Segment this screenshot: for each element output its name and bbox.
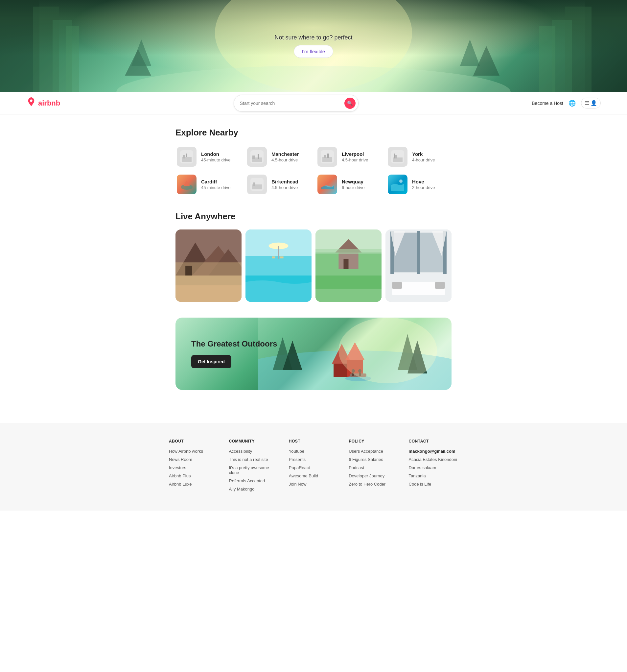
footer-link-zero-to-hero[interactable]: Zero to Hero Coder	[349, 482, 398, 486]
nearby-info-manchester: Manchester 4.5-hour drive	[271, 151, 299, 163]
svg-rect-46	[175, 285, 242, 302]
nearby-thumb-cardiff	[177, 174, 197, 194]
nearby-grid: London 45-minute drive Manchester 4.5-ho…	[175, 146, 452, 196]
footer-host-title: HOST	[289, 439, 338, 443]
card-countryside-top	[316, 230, 381, 275]
svg-rect-25	[327, 153, 329, 158]
search-button[interactable]: 🔍	[344, 98, 356, 109]
nav-right: Become a Host 🌐 ☰ 👤	[532, 98, 601, 109]
svg-rect-20	[252, 155, 255, 159]
svg-point-9	[116, 66, 511, 92]
footer-link-users-acceptance[interactable]: Users Acceptance	[349, 449, 398, 454]
footer-grid: ABOUT How Airbnb works News Room Investo…	[169, 439, 458, 495]
footer-link-6-figures[interactable]: 6 Figures Salaries	[349, 457, 398, 462]
svg-rect-61	[316, 289, 381, 302]
nearby-item-cardiff[interactable]: Cardiff 45-minute drive	[175, 173, 241, 196]
svg-rect-16	[183, 155, 185, 159]
footer-col-host: HOST Youtube Presents PapaReact Awesome …	[289, 439, 338, 495]
nearby-info-london: London 45-minute drive	[201, 151, 231, 163]
svg-rect-74	[435, 282, 445, 289]
nearby-thumb-manchester	[247, 147, 267, 167]
svg-rect-28	[395, 155, 397, 159]
footer-link-investors[interactable]: Investors	[169, 465, 218, 470]
footer-link-how-airbnb-works[interactable]: How Airbnb works	[169, 449, 218, 454]
navbar: airbnb 🔍 Become a Host 🌐 ☰ 👤	[0, 92, 627, 114]
footer-link-ally[interactable]: Ally Makongo	[229, 486, 278, 491]
footer-col-community: COMMUNITY Accessibility This is not a re…	[229, 439, 278, 495]
search-input[interactable]	[240, 101, 342, 106]
svg-rect-51	[272, 257, 275, 258]
live-card-mountains[interactable]	[175, 230, 242, 302]
live-card-city[interactable]	[385, 230, 452, 302]
outdoors-banner: The Greatest Outdoors Get Inspired	[175, 318, 452, 390]
nearby-item-birkenhead[interactable]: Birkenhead 4.5-hour drive	[246, 173, 311, 196]
become-host-button[interactable]: Become a Host	[532, 101, 563, 106]
card-city-bottom	[385, 275, 452, 302]
footer-link-accessibility[interactable]: Accessibility	[229, 449, 278, 454]
footer-link-newsroom[interactable]: News Room	[169, 457, 218, 462]
nearby-thumb-birkenhead	[247, 174, 267, 194]
footer-link-youtube[interactable]: Youtube	[289, 449, 338, 454]
globe-icon[interactable]: 🌐	[569, 100, 576, 107]
nearby-info-hove: Hove 2-hour drive	[412, 179, 435, 190]
search-bar[interactable]: 🔍	[234, 95, 358, 112]
footer-link-join-now[interactable]: Join Now	[289, 482, 338, 486]
footer-link-developer-journey[interactable]: Developer Journey	[349, 474, 398, 478]
nearby-item-liverpool[interactable]: Liverpool 4.5-hour drive	[316, 146, 381, 168]
nearby-thumb-liverpool	[318, 147, 337, 167]
nearby-info-newquay: Newquay 6-hour drive	[342, 179, 365, 190]
nearby-item-newquay[interactable]: Newquay 6-hour drive	[316, 173, 381, 196]
live-card-countryside[interactable]	[316, 230, 381, 302]
footer-link-airbnb-luxe[interactable]: Airbnb Luxe	[169, 482, 218, 486]
footer-link-awesome-build[interactable]: Awesome Build	[289, 474, 338, 478]
svg-rect-58	[344, 259, 348, 269]
footer-link-tanzania[interactable]: Tanzania	[409, 474, 458, 478]
live-anywhere-title: Live Anywhere	[175, 211, 452, 222]
svg-rect-17	[186, 153, 187, 157]
card-mountains-bottom	[175, 275, 242, 302]
nearby-info-york: York 4-hour drive	[412, 151, 435, 163]
footer-link-podcast[interactable]: Podcast	[349, 465, 398, 470]
card-mountains-top	[175, 230, 242, 275]
nearby-info-liverpool: Liverpool 4.5-hour drive	[342, 151, 368, 163]
footer-link-papareact[interactable]: PapaReact	[289, 465, 338, 470]
footer-about-title: ABOUT	[169, 439, 218, 443]
get-inspired-button[interactable]: Get Inspired	[191, 355, 231, 368]
live-card-beach[interactable]	[246, 230, 311, 302]
footer-col-about: ABOUT How Airbnb works News Room Investo…	[169, 439, 218, 495]
footer: ABOUT How Airbnb works News Room Investo…	[0, 423, 627, 510]
footer-link-acacia[interactable]: Acacia Estates Kinondoni	[409, 457, 458, 462]
footer-link-referrals[interactable]: Referrals Accepted	[229, 478, 278, 483]
svg-rect-24	[324, 155, 326, 158]
footer-link-dar-es-salaam[interactable]: Dar es salaam	[409, 465, 458, 470]
svg-marker-12	[460, 40, 480, 66]
nearby-thumb-london	[177, 147, 197, 167]
nearby-thumb-newquay	[318, 174, 337, 194]
svg-rect-73	[392, 282, 402, 289]
card-beach-bottom	[246, 275, 311, 302]
logo[interactable]: airbnb	[26, 97, 60, 109]
svg-rect-3	[66, 26, 79, 92]
svg-rect-7	[539, 26, 555, 92]
nearby-item-manchester[interactable]: Manchester 4.5-hour drive	[246, 146, 311, 168]
nearby-info-cardiff: Cardiff 45-minute drive	[201, 179, 231, 190]
logo-icon	[26, 97, 36, 109]
footer-link-not-real[interactable]: This is not a real site	[229, 457, 278, 462]
card-countryside-bottom	[316, 275, 381, 302]
footer-link-presents[interactable]: Presents	[289, 457, 338, 462]
footer-link-code-is-life[interactable]: Code is Life	[409, 482, 458, 486]
card-beach-top	[246, 230, 311, 275]
nearby-item-york[interactable]: York 4-hour drive	[386, 146, 452, 168]
footer-contact-title: CONTACT	[409, 439, 458, 443]
live-anywhere-grid	[175, 230, 452, 302]
user-menu[interactable]: ☰ 👤	[581, 98, 601, 109]
footer-col-policy: POLICY Users Acceptance 6 Figures Salari…	[349, 439, 398, 495]
footer-link-airbnb-plus[interactable]: Airbnb Plus	[169, 474, 218, 478]
main-content: Explore Nearby London 45-minute drive Ma…	[169, 114, 458, 423]
nearby-item-london[interactable]: London 45-minute drive	[175, 146, 241, 168]
footer-link-clone[interactable]: It's a pretty awesome clone	[229, 465, 278, 475]
flexible-button[interactable]: I'm flexible	[294, 45, 333, 58]
svg-marker-32	[183, 181, 190, 186]
footer-email[interactable]: mackongo@gmail.com	[409, 449, 458, 454]
nearby-item-hove[interactable]: Hove 2-hour drive	[386, 173, 452, 196]
